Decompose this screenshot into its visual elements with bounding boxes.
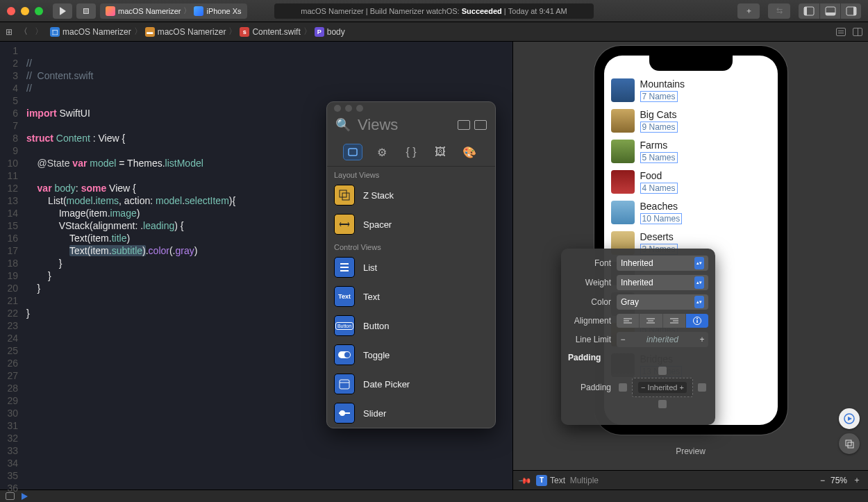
pad-inc[interactable]: + xyxy=(677,383,683,392)
pin-icon[interactable]: 📌 xyxy=(518,473,533,487)
nav-forward[interactable]: 〉 xyxy=(35,26,43,37)
thumbnail xyxy=(611,78,635,102)
lib-zstack[interactable]: Z Stack xyxy=(327,181,495,210)
modifiers-tab[interactable]: ⚙ xyxy=(372,144,392,160)
crumb-group[interactable]: ▬ macOS Namerizer xyxy=(145,27,226,37)
svg-point-20 xyxy=(340,410,345,416)
thumbnail xyxy=(611,170,635,194)
live-preview-button[interactable] xyxy=(839,408,860,429)
pad-bottom[interactable] xyxy=(658,400,667,408)
nav-back[interactable]: 〈 xyxy=(19,26,28,37)
toggle-navigator[interactable] xyxy=(799,3,819,19)
add-editor-icon[interactable] xyxy=(853,28,862,36)
related-items-icon[interactable]: ⊞ xyxy=(6,27,12,37)
library-search[interactable]: 🔍 Views xyxy=(327,112,495,141)
lib-slider[interactable]: Slider xyxy=(327,399,495,428)
close-window[interactable] xyxy=(7,7,15,15)
row-subtitle: 10 Names xyxy=(640,213,683,224)
source-editor[interactable]: 1234567891011121314151617181920212223242… xyxy=(0,42,512,490)
jump-bar: ⊞ 〈 〉 ⬚ macOS Namerizer 〉 ▬ macOS Nameri… xyxy=(0,22,868,42)
color-select[interactable]: Gray▴▾ xyxy=(617,294,708,310)
scheme-device: iPhone Xs xyxy=(206,7,241,15)
alignment-segmented xyxy=(617,314,708,328)
snippets-tab[interactable]: { } xyxy=(401,144,421,160)
lib-text[interactable]: Text Text xyxy=(327,282,495,311)
pad-top[interactable] xyxy=(658,367,667,375)
preview-footer: 📌 T Text Multiple − 75% ＋ xyxy=(513,470,868,490)
list-item[interactable]: Mountains7 Names xyxy=(611,75,771,106)
zoom-window[interactable] xyxy=(35,7,43,15)
stop-button[interactable] xyxy=(76,3,96,19)
device-notch xyxy=(649,56,733,71)
crumb-file[interactable]: s Content.swift xyxy=(240,27,300,37)
svg-marker-22 xyxy=(848,417,852,421)
zoom-out[interactable]: − xyxy=(820,476,825,485)
row-title: Mountains xyxy=(640,78,685,90)
run-button[interactable] xyxy=(53,3,72,19)
svg-point-36 xyxy=(696,318,698,319)
duplicate-preview-button[interactable] xyxy=(839,433,860,454)
crumb-symbol[interactable]: P body xyxy=(315,27,345,37)
list-icon xyxy=(334,257,355,278)
spacer-icon xyxy=(334,214,355,235)
list-item[interactable]: Beaches10 Names xyxy=(611,197,771,228)
row-subtitle: 5 Names xyxy=(640,152,678,163)
pad-left[interactable] xyxy=(619,383,627,392)
attributes-inspector: Font Inherited▴▾ Weight Inherited▴▾ Colo… xyxy=(561,249,715,425)
list-item[interactable]: Farms5 Names xyxy=(611,136,771,167)
list-mode-icon[interactable] xyxy=(474,120,487,130)
library-button[interactable]: ＋ xyxy=(737,3,760,19)
lib-toggle[interactable]: Toggle xyxy=(327,340,495,369)
project-icon: ⬚ xyxy=(50,27,60,37)
row-title: Food xyxy=(640,170,678,181)
folder-icon: ▬ xyxy=(145,27,155,37)
section-control: Control Views xyxy=(327,239,495,253)
crumb-project[interactable]: ⬚ macOS Namerizer xyxy=(50,27,131,37)
align-right[interactable] xyxy=(663,314,686,328)
zoom-in[interactable]: ＋ xyxy=(853,474,861,486)
selected-type: Text xyxy=(550,476,565,485)
minimap-toggle-icon[interactable] xyxy=(836,28,846,36)
color-tab[interactable]: 🎨 xyxy=(460,144,479,160)
minimize-window[interactable] xyxy=(21,7,29,15)
thumbnail xyxy=(611,140,635,163)
panel-toggles xyxy=(799,3,861,19)
toggle-debug[interactable] xyxy=(819,3,840,19)
svg-rect-1 xyxy=(84,8,89,13)
weight-select[interactable]: Inherited▴▾ xyxy=(617,275,708,290)
pad-right[interactable] xyxy=(698,383,706,392)
code-content[interactable]: // // Content.swift // import SwiftUI st… xyxy=(22,42,235,494)
toggle-inspector[interactable] xyxy=(840,3,861,19)
align-left[interactable] xyxy=(617,314,640,328)
lib-datepicker[interactable]: Date Picker xyxy=(327,369,495,399)
text-icon: Text xyxy=(334,286,355,307)
padding-control[interactable]: − Inherited + xyxy=(617,367,708,408)
device-icon xyxy=(194,6,203,16)
list-item[interactable]: Big Cats9 Names xyxy=(611,106,771,136)
views-tab[interactable] xyxy=(343,144,362,160)
line-limit-stepper[interactable]: − inherited + xyxy=(617,332,708,347)
thumbnail xyxy=(611,109,635,133)
align-center[interactable] xyxy=(640,314,662,328)
linelimit-inc[interactable]: + xyxy=(696,335,708,344)
svg-marker-0 xyxy=(60,7,66,15)
media-tab[interactable]: 🖼 xyxy=(431,144,450,160)
lib-button[interactable]: Button Button xyxy=(327,311,495,340)
scheme-selector[interactable]: macOS Namerizer 〉 iPhone Xs xyxy=(100,3,247,19)
align-info[interactable] xyxy=(686,314,708,328)
datepicker-icon xyxy=(334,374,355,394)
scheme-app: macOS Namerizer xyxy=(118,7,181,15)
lib-spacer[interactable]: Spacer xyxy=(327,210,495,239)
svg-rect-9 xyxy=(340,190,347,197)
row-title: Farms xyxy=(640,140,678,151)
svg-rect-7 xyxy=(853,7,856,15)
zoom-level: 75% xyxy=(831,476,847,485)
pad-dec[interactable]: − xyxy=(641,383,647,392)
font-select[interactable]: Inherited▴▾ xyxy=(617,256,708,271)
grid-mode-icon[interactable] xyxy=(458,120,470,130)
list-item[interactable]: Food4 Names xyxy=(611,167,771,197)
type-badge: T xyxy=(536,475,547,486)
lib-list[interactable]: List xyxy=(327,253,495,282)
linelimit-dec[interactable]: − xyxy=(617,335,629,344)
code-review-button[interactable]: ⇆ xyxy=(768,3,790,19)
